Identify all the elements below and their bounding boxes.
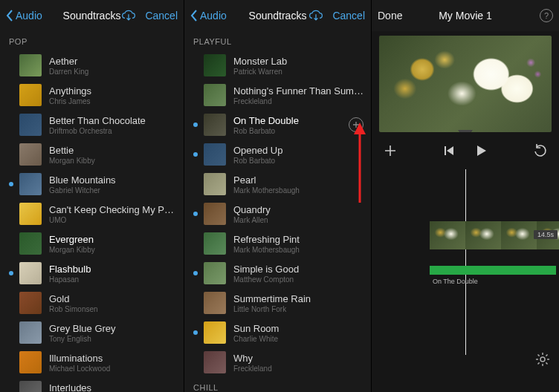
track-row[interactable]: WhyFreckleland: [184, 347, 371, 377]
track-info: Simple is GoodMatthew Compton: [233, 264, 363, 284]
download-all-button[interactable]: [308, 9, 323, 22]
help-icon: ?: [544, 11, 549, 20]
track-row[interactable]: InterludesDaniel Garrow: [0, 377, 184, 392]
track-info: Nothing's Funner Than Summ...Freckleland: [233, 85, 363, 105]
track-row[interactable]: IlluminationsMichael Lockwood: [0, 347, 184, 377]
album-art: [204, 232, 226, 255]
downloaded-indicator-icon: [9, 330, 13, 335]
downloaded-indicator-icon: [193, 63, 198, 68]
album-art: [19, 381, 42, 392]
track-title: Nothing's Funner Than Summ...: [233, 85, 363, 97]
track-info: Sun RoomCharlie White: [233, 323, 363, 343]
track-info: GoldRob Simonsen: [49, 293, 176, 313]
track-title: Sun Room: [233, 323, 363, 334]
track-row[interactable]: Nothing's Funner Than Summ...Freckleland: [184, 80, 371, 110]
playhead-marker-icon: [459, 131, 472, 132]
track-title: On The Double: [233, 115, 344, 126]
track-row[interactable]: AnythingsChris James: [0, 80, 184, 110]
track-row[interactable]: Better Than ChocolateDriftmob Orchestra: [0, 110, 184, 140]
add-media-button[interactable]: [384, 144, 397, 157]
track-info: Grey Blue GreyTony English: [49, 323, 176, 343]
track-artist: Morgan Kibby: [49, 246, 176, 254]
play-button[interactable]: [474, 144, 488, 157]
track-row[interactable]: BettieMorgan Kibby: [0, 140, 184, 169]
track-info: PearlMark Mothersbaugh: [233, 174, 363, 195]
audio-clip[interactable]: [430, 266, 556, 275]
downloaded-indicator-icon: [9, 241, 13, 246]
album-art: [19, 84, 42, 106]
downloaded-indicator-icon: [9, 152, 13, 157]
track-row[interactable]: On The DoubleRob Barbato: [184, 110, 371, 140]
section-header-pop: POP: [0, 31, 184, 50]
track-row[interactable]: Monster LabPatrick Warren: [184, 50, 371, 80]
track-title: Flashbulb: [49, 264, 176, 275]
track-row[interactable]: Opened UpRob Barbato: [184, 140, 371, 169]
timeline[interactable]: 14.5s On The Double: [372, 169, 559, 377]
help-button[interactable]: ?: [540, 9, 553, 22]
track-list[interactable]: Monster LabPatrick WarrenNothing's Funne…: [184, 50, 371, 377]
track-artist: Michael Lockwood: [49, 365, 176, 373]
track-title: Blue Mountains: [49, 174, 176, 186]
track-artist: Tony English: [49, 335, 176, 343]
downloaded-indicator-icon: [193, 93, 198, 97]
cloud-download-icon: [308, 9, 323, 22]
track-row[interactable]: Blue MountainsGabriel Witcher: [0, 169, 184, 199]
done-button[interactable]: Done: [378, 10, 402, 22]
track-info: IlluminationsMichael Lockwood: [49, 353, 176, 373]
undo-button[interactable]: [534, 144, 547, 157]
track-info: AetherDarren King: [49, 56, 176, 76]
back-button[interactable]: Audio: [190, 10, 227, 22]
track-artist: Rob Barbato: [233, 127, 344, 135]
cancel-button[interactable]: Cancel: [145, 10, 178, 22]
track-row[interactable]: Sun RoomCharlie White: [184, 318, 371, 347]
album-art: [19, 292, 42, 314]
soundtracks-list-playful: Audio Soundtracks Cancel PLAYFUL Monster…: [184, 0, 372, 392]
track-row[interactable]: PearlMark Mothersbaugh: [184, 169, 371, 199]
track-title: Evergreen: [49, 234, 176, 245]
album-art: [19, 203, 42, 225]
track-row[interactable]: Grey Blue GreyTony English: [0, 318, 184, 347]
album-art: [204, 173, 226, 195]
downloaded-indicator-icon: [9, 212, 13, 216]
download-all-button[interactable]: [121, 9, 136, 22]
back-button[interactable]: Audio: [6, 10, 42, 22]
playhead-line[interactable]: [465, 169, 466, 355]
track-row[interactable]: FlashbulbHapasan: [0, 258, 184, 288]
svg-rect-2: [445, 146, 446, 155]
track-row[interactable]: Can't Keep Checking My PhoneUMO: [0, 199, 184, 229]
track-row[interactable]: AetherDarren King: [0, 50, 184, 80]
track-title: Why: [233, 353, 363, 364]
track-row[interactable]: Summertime RainLittle North Fork: [184, 288, 371, 318]
downloaded-indicator-icon: [9, 271, 13, 275]
chevron-left-icon: [190, 10, 198, 22]
downloaded-indicator-icon: [193, 330, 198, 335]
track-row[interactable]: Simple is GoodMatthew Compton: [184, 258, 371, 288]
soundtracks-list-pop: Audio Soundtracks Cancel POP AetherDarre…: [0, 0, 184, 392]
track-title: Anythings: [49, 85, 176, 97]
track-artist: Gabriel Witcher: [49, 186, 176, 195]
track-row[interactable]: EvergreenMorgan Kibby: [0, 229, 184, 258]
track-info: Opened UpRob Barbato: [233, 145, 363, 165]
track-row[interactable]: Refreshing PintMark Mothersbaugh: [184, 229, 371, 258]
track-info: On The DoubleRob Barbato: [233, 115, 344, 135]
timeline-settings-button[interactable]: [535, 352, 550, 370]
album-art: [19, 54, 42, 76]
track-title: Opened Up: [233, 145, 363, 156]
back-label: Audio: [16, 10, 42, 22]
track-row[interactable]: GoldRob Simonsen: [0, 288, 184, 318]
track-artist: Freckleland: [233, 97, 363, 105]
track-list[interactable]: AetherDarren KingAnythingsChris JamesBet…: [0, 50, 184, 392]
add-track-button[interactable]: [349, 117, 363, 132]
album-art: [19, 114, 42, 136]
downloaded-indicator-icon: [193, 182, 198, 186]
track-artist: UMO: [49, 216, 176, 224]
skip-start-button[interactable]: [443, 145, 455, 157]
cancel-button[interactable]: Cancel: [332, 10, 365, 22]
downloaded-indicator-icon: [9, 63, 13, 68]
downloaded-indicator-icon: [193, 301, 198, 305]
album-art: [19, 351, 42, 373]
track-row[interactable]: QuandryMark Allen: [184, 199, 371, 229]
video-preview[interactable]: [379, 36, 552, 132]
track-info: Refreshing PintMark Mothersbaugh: [233, 234, 363, 254]
plus-icon: [384, 144, 397, 157]
